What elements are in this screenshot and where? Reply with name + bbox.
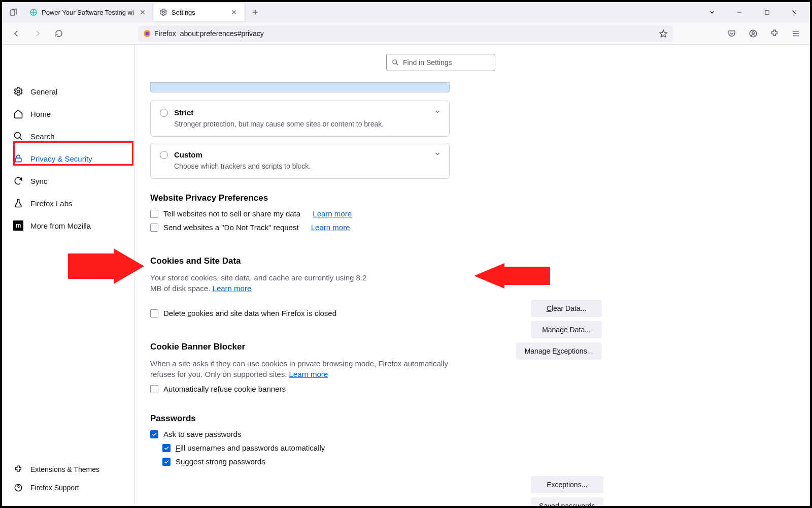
password-exceptions-button[interactable]: Exceptions... [531, 476, 603, 493]
learn-more-link[interactable]: Learn more [313, 209, 352, 218]
svg-rect-3 [765, 10, 768, 14]
app-menu-icon[interactable] [788, 25, 804, 42]
option-title: Custom [174, 150, 202, 159]
sidebar-item-privacy[interactable]: Privacy & Security [2, 147, 134, 170]
new-tab-button[interactable] [248, 5, 263, 20]
minimize-button[interactable] [728, 4, 751, 20]
sidebar-item-sync[interactable]: Sync [2, 170, 134, 192]
reload-button[interactable] [51, 25, 67, 42]
pocket-icon[interactable] [724, 25, 740, 42]
url-input[interactable]: Firefox about:preferences#privacy [138, 25, 673, 42]
option-desc: Choose which trackers and scripts to blo… [174, 162, 440, 170]
saved-passwords-button[interactable]: Saved passwords [531, 497, 603, 506]
url-text: about:preferences#privacy [180, 29, 264, 38]
checkbox-suggest-passwords[interactable] [162, 458, 171, 466]
help-icon [13, 483, 23, 493]
option-title: Strict [174, 108, 193, 117]
close-icon[interactable] [229, 8, 239, 17]
extensions-icon[interactable] [766, 25, 783, 42]
settings-main: Find in Settings Strict Stronger protect… [135, 45, 810, 506]
window-right-controls [700, 4, 806, 20]
tracking-option-custom[interactable]: Custom Choose which trackers and scripts… [150, 143, 450, 179]
section-heading-cookies: Cookies and Site Data [150, 256, 450, 266]
learn-more-link[interactable]: Learn more [213, 284, 252, 293]
maximize-button[interactable] [755, 4, 779, 20]
cbb-desc: When a site asks if they can use cookies… [150, 358, 450, 379]
settings-sidebar: General Home Search Privacy & Security S… [2, 45, 135, 506]
search-icon [13, 131, 23, 141]
sidebar-item-support[interactable]: Firefox Support [2, 479, 134, 497]
close-window-button[interactable] [783, 4, 806, 20]
sidebar-item-labs[interactable]: Firefox Labs [2, 192, 134, 214]
sidebar-item-label: More from Mozilla [30, 221, 91, 230]
svg-point-12 [393, 60, 397, 64]
standard-option-selected[interactable] [150, 82, 450, 92]
sync-icon [13, 176, 23, 186]
gear-icon [159, 8, 167, 16]
svg-point-7 [752, 31, 755, 34]
mozilla-icon: m [13, 220, 23, 231]
search-placeholder: Find in Settings [403, 58, 452, 67]
tab-title: Power Your Software Testing wi [42, 9, 134, 16]
sidebar-footer: Extensions & Themes Firefox Support [2, 460, 134, 506]
learn-more-link[interactable]: Learn more [289, 370, 328, 378]
checkbox-label: Suggest strong passwords [176, 457, 265, 466]
option-desc: Stronger protection, but may cause some … [174, 120, 440, 128]
sidebar-item-search[interactable]: Search [2, 125, 134, 147]
forward-button[interactable] [29, 25, 46, 42]
svg-point-2 [162, 11, 164, 13]
tabs-dropdown-button[interactable] [700, 4, 724, 20]
radio-icon[interactable] [160, 109, 168, 117]
url-toolbar: Firefox about:preferences#privacy [2, 22, 810, 45]
svg-rect-0 [10, 10, 15, 16]
section-heading-passwords: Passwords [150, 414, 450, 424]
learn-more-link[interactable]: Learn more [311, 223, 350, 232]
tab-item-active[interactable]: Settings [153, 3, 245, 21]
sidebar-item-label: Firefox Labs [30, 199, 73, 208]
section-heading-wpp: Website Privacy Preferences [150, 193, 450, 203]
sidebar-item-home[interactable]: Home [2, 103, 134, 125]
chevron-down-icon[interactable] [434, 150, 441, 157]
checkbox-ask-save-passwords[interactable] [150, 430, 158, 438]
close-icon[interactable] [138, 8, 147, 17]
bookmark-star-icon[interactable] [659, 29, 668, 38]
gear-icon [13, 86, 23, 97]
chevron-down-icon[interactable] [434, 108, 441, 115]
checkbox-autofill-passwords[interactable] [162, 444, 171, 452]
home-icon [13, 109, 23, 119]
manage-data-button[interactable]: Manage Data... [531, 321, 602, 338]
tab-favicon [29, 8, 38, 16]
flask-icon [13, 198, 23, 208]
checkbox-label: Ask to save passwords [163, 430, 241, 438]
find-in-settings-input[interactable]: Find in Settings [386, 54, 495, 71]
recent-browsing-icon[interactable] [6, 5, 20, 19]
content-area: General Home Search Privacy & Security S… [2, 45, 810, 506]
tracking-option-strict[interactable]: Strict Stronger protection, but may caus… [150, 101, 450, 137]
site-identity[interactable]: Firefox [143, 29, 176, 38]
puzzle-icon [13, 464, 23, 474]
checkbox-label: Tell websites not to sell or share my da… [163, 209, 300, 218]
sidebar-item-label: Sync [30, 177, 47, 185]
radio-icon[interactable] [160, 151, 168, 159]
checkbox-delete-on-close[interactable] [150, 309, 158, 318]
sidebar-item-label: Search [30, 132, 55, 141]
checkbox-do-not-track[interactable] [150, 224, 158, 232]
checkbox-auto-refuse-banners[interactable] [150, 385, 158, 393]
sidebar-item-more[interactable]: m More from Mozilla [2, 214, 134, 237]
sidebar-item-label: Firefox Support [30, 484, 79, 492]
clear-data-button[interactable]: Clear Data... [531, 300, 602, 317]
sidebar-item-extensions[interactable]: Extensions & Themes [2, 460, 134, 479]
checkbox-label: Delete cookies and site data when Firefo… [163, 309, 336, 318]
checkbox-do-not-sell[interactable] [150, 210, 158, 218]
svg-point-9 [15, 133, 21, 139]
toolbar-right [678, 25, 804, 42]
lock-icon [13, 153, 23, 164]
checkbox-label: Send websites a "Do Not Track" request [163, 223, 299, 232]
manage-exceptions-button[interactable]: Manage Exceptions... [516, 342, 602, 360]
tab-item[interactable]: Power Your Software Testing wi [23, 3, 153, 21]
back-button[interactable] [8, 25, 24, 42]
sidebar-item-general[interactable]: General [2, 80, 134, 103]
account-icon[interactable] [745, 25, 761, 42]
tab-title: Settings [172, 9, 195, 16]
svg-point-5 [146, 31, 149, 35]
